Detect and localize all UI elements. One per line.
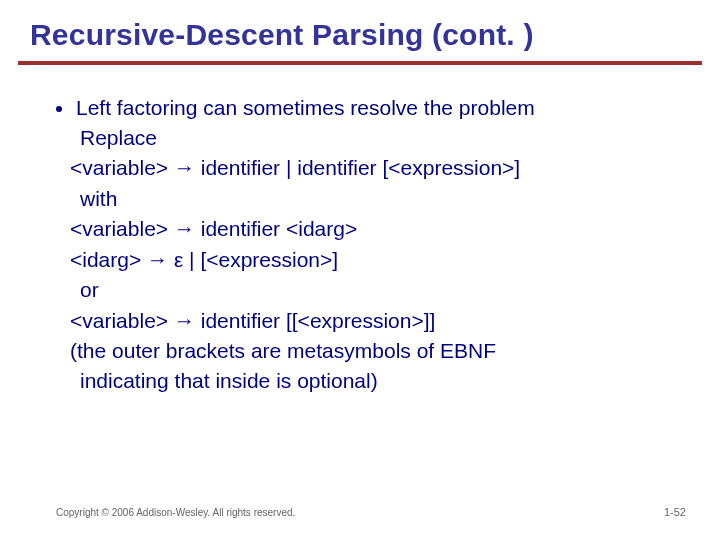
bullet-content: Left factoring can sometimes resolve the… (76, 93, 672, 397)
line-replace: Replace (80, 123, 672, 153)
grammar-rule-4: <variable> → identifier [[<expression>]] (70, 306, 672, 336)
note-line-1: (the outer brackets are metasymbols of E… (70, 336, 672, 366)
grammar-rule-2: <variable> → identifier <idarg> (70, 214, 672, 244)
footer-page-number: 1-52 (664, 506, 686, 518)
bullet-lead: Left factoring can sometimes resolve the… (76, 93, 672, 123)
slide-title: Recursive-Descent Parsing (cont. ) (30, 18, 690, 53)
bullet-item: Left factoring can sometimes resolve the… (56, 93, 672, 397)
grammar-rule-3: <idarg> → ε | [<expression>] (70, 245, 672, 275)
note-line-2: indicating that inside is optional) (80, 366, 672, 396)
title-area: Recursive-Descent Parsing (cont. ) (0, 0, 720, 53)
footer-copyright: Copyright © 2006 Addison-Wesley. All rig… (56, 507, 295, 518)
grammar-rule-1: <variable> → identifier | identifier [<e… (70, 153, 672, 183)
line-or: or (80, 275, 672, 305)
bullet-marker (56, 106, 62, 112)
slide-body: Left factoring can sometimes resolve the… (0, 65, 720, 397)
slide: Recursive-Descent Parsing (cont. ) Left … (0, 0, 720, 540)
line-with: with (80, 184, 672, 214)
